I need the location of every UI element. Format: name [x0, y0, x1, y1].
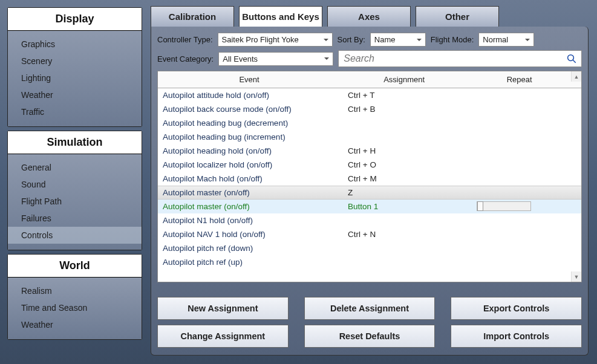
- sidebar-group: SimulationGeneralSoundFlight PathFailure…: [7, 131, 142, 250]
- change-assignment-button[interactable]: Change Assignment: [157, 325, 289, 348]
- sidebar-item-lighting[interactable]: Lighting: [8, 70, 142, 86]
- sidebar-item-general[interactable]: General: [8, 159, 142, 176]
- table-row[interactable]: Autopilot heading hold (on/off)Ctrl + H: [158, 144, 581, 158]
- sidebar: DisplayGraphicsSceneryLightingWeatherTra…: [0, 0, 142, 364]
- sidebar-item-time-and-season[interactable]: Time and Season: [8, 299, 142, 316]
- table-row[interactable]: Autopilot master (on/off)Z: [158, 186, 581, 200]
- sort-by-label: Sort By:: [338, 35, 365, 44]
- import-controls-button[interactable]: Import Controls: [451, 325, 582, 348]
- sidebar-group-items: GraphicsSceneryLightingWeatherTraffic: [8, 31, 142, 126]
- repeat-slider[interactable]: [477, 201, 531, 211]
- controller-type-select[interactable]: Saitek Pro Flight Yoke: [218, 33, 333, 47]
- table-row[interactable]: Autopilot Mach hold (on/off)Ctrl + M: [158, 172, 581, 186]
- event-cell: Autopilot NAV 1 hold (on/off): [163, 230, 348, 239]
- new-assignment-button[interactable]: New Assignment: [157, 297, 289, 320]
- repeat-cell: [477, 201, 581, 211]
- table-header: Event Assignment Repeat ▲: [158, 71, 581, 88]
- flight-mode-label: Flight Mode:: [431, 35, 474, 44]
- sidebar-item-flight-path[interactable]: Flight Path: [8, 193, 142, 210]
- event-cell: Autopilot pitch ref (down): [163, 244, 348, 253]
- sidebar-group: WorldRealismTime and SeasonWeather: [7, 254, 142, 340]
- assignment-cell: Ctrl + N: [348, 230, 477, 239]
- sidebar-group-title: World: [8, 255, 142, 278]
- export-controls-button[interactable]: Export Controls: [451, 297, 582, 320]
- table-body[interactable]: Autopilot attitude hold (on/off)Ctrl + T…: [158, 88, 581, 271]
- table-row[interactable]: Autopilot heading bug (decrement): [158, 116, 581, 130]
- reset-defaults-button[interactable]: Reset Defaults: [304, 325, 436, 348]
- column-repeat[interactable]: Repeat: [468, 71, 571, 88]
- scroll-up-icon[interactable]: ▲: [571, 71, 581, 82]
- table-row[interactable]: Autopilot NAV 1 hold (on/off)Ctrl + N: [158, 227, 581, 241]
- table-row[interactable]: Autopilot N1 hold (on/off): [158, 213, 581, 227]
- table-row[interactable]: Autopilot pitch ref (up): [158, 255, 581, 269]
- event-cell: Autopilot heading hold (on/off): [163, 146, 348, 155]
- event-cell: Autopilot master (on/off): [163, 188, 348, 197]
- sidebar-item-weather[interactable]: Weather: [8, 86, 142, 103]
- sidebar-group-title: Simulation: [8, 131, 142, 154]
- event-cell: Autopilot N1 hold (on/off): [163, 216, 348, 225]
- sidebar-item-sound[interactable]: Sound: [8, 176, 142, 193]
- event-cell: Autopilot pitch ref (up): [163, 258, 348, 267]
- assignments-table: Event Assignment Repeat ▲ Autopilot atti…: [157, 71, 582, 282]
- sidebar-group-items: GeneralSoundFlight PathFailuresControls: [8, 154, 142, 250]
- sidebar-item-weather[interactable]: Weather: [8, 316, 142, 333]
- sidebar-item-realism[interactable]: Realism: [8, 282, 142, 299]
- controller-type-label: Controller Type:: [157, 35, 213, 44]
- event-cell: Autopilot heading bug (increment): [163, 132, 348, 141]
- assignment-cell: Ctrl + B: [348, 105, 477, 114]
- assignment-cell: Ctrl + M: [348, 174, 477, 183]
- sort-by-select[interactable]: Name: [370, 33, 426, 47]
- assignment-cell: Ctrl + H: [348, 146, 477, 155]
- table-row[interactable]: Autopilot localizer hold (on/off)Ctrl + …: [158, 158, 581, 172]
- tab-calibration[interactable]: Calibration: [151, 6, 234, 27]
- delete-assignment-button[interactable]: Delete Assignment: [304, 297, 436, 320]
- event-cell: Autopilot master (on/off): [163, 202, 348, 211]
- event-category-select[interactable]: All Events: [218, 52, 333, 66]
- event-cell: Autopilot localizer hold (on/off): [163, 160, 348, 169]
- main-panel: CalibrationButtons and KeysAxesOther Con…: [142, 0, 597, 364]
- table-row[interactable]: Autopilot pitch ref (down): [158, 241, 581, 255]
- tab-axes[interactable]: Axes: [327, 6, 411, 27]
- event-category-label: Event Category:: [157, 54, 214, 63]
- tab-other[interactable]: Other: [416, 6, 499, 27]
- assignment-cell: Button 1: [348, 202, 477, 211]
- event-cell: Autopilot back course mode (on/off): [163, 105, 348, 114]
- tab-panel: Controller Type: Saitek Pro Flight Yoke …: [151, 27, 589, 356]
- sidebar-group-items: RealismTime and SeasonWeather: [8, 278, 142, 339]
- sidebar-item-graphics[interactable]: Graphics: [8, 36, 142, 53]
- assignment-cell: Ctrl + T: [348, 91, 477, 100]
- event-cell: Autopilot heading bug (decrement): [163, 119, 348, 128]
- assignment-cell: Z: [348, 188, 477, 197]
- sidebar-item-traffic[interactable]: Traffic: [8, 103, 142, 120]
- column-assignment[interactable]: Assignment: [341, 71, 468, 88]
- search-wrapper: [338, 50, 582, 67]
- search-input[interactable]: [338, 50, 582, 67]
- table-row[interactable]: Autopilot attitude hold (on/off)Ctrl + T: [158, 88, 581, 102]
- tab-buttons-and-keys[interactable]: Buttons and Keys: [239, 6, 322, 27]
- sidebar-item-controls[interactable]: Controls: [8, 227, 142, 244]
- table-row[interactable]: Autopilot master (on/off)Button 1: [158, 200, 581, 213]
- scroll-down-icon[interactable]: ▼: [571, 271, 581, 282]
- table-row[interactable]: Autopilot back course mode (on/off)Ctrl …: [158, 102, 581, 116]
- column-event[interactable]: Event: [158, 71, 341, 88]
- sidebar-group: DisplayGraphicsSceneryLightingWeatherTra…: [7, 7, 142, 127]
- sidebar-group-title: Display: [8, 8, 142, 31]
- slider-thumb[interactable]: [477, 201, 483, 211]
- sidebar-item-scenery[interactable]: Scenery: [8, 53, 142, 70]
- action-buttons: New Assignment Delete Assignment Export …: [157, 297, 582, 348]
- event-cell: Autopilot attitude hold (on/off): [163, 91, 348, 100]
- sidebar-item-failures[interactable]: Failures: [8, 210, 142, 227]
- table-row[interactable]: Autopilot heading bug (increment): [158, 130, 581, 144]
- assignment-cell: Ctrl + O: [348, 160, 477, 169]
- event-cell: Autopilot Mach hold (on/off): [163, 174, 348, 183]
- flight-mode-select[interactable]: Normal: [478, 33, 534, 47]
- tabs: CalibrationButtons and KeysAxesOther: [151, 6, 589, 27]
